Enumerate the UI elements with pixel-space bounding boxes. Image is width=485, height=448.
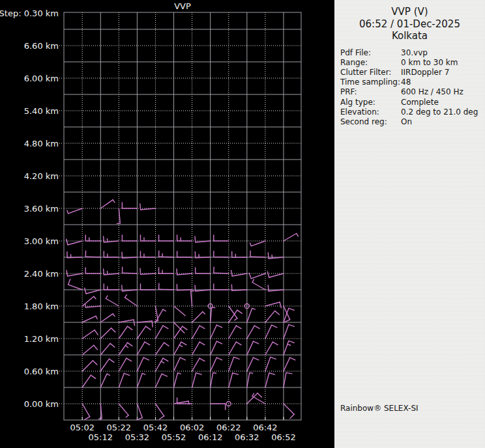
field-label: Alg type: <box>340 98 401 107</box>
wind-barb <box>106 296 108 298</box>
brand-footer: Rainbow® SELEX-SI <box>340 404 419 413</box>
wind-barb <box>216 357 222 360</box>
wind-barb <box>137 373 142 387</box>
wind-barb <box>128 326 132 329</box>
panel-datetime: 06:52 / 01-Dec-2025 <box>334 18 485 31</box>
wind-barb <box>216 325 222 328</box>
wind-barb <box>110 343 115 347</box>
panel-fields: Pdf File:30.vvp Range:0 km to 30 km Clut… <box>334 48 485 128</box>
field-label: Range: <box>340 58 401 68</box>
x-axis-label: 05:42 <box>143 423 168 432</box>
wind-barb <box>203 312 205 315</box>
wind-barb <box>195 236 196 242</box>
wind-barb <box>174 306 186 316</box>
wind-barb <box>235 318 237 320</box>
wind-barb <box>119 358 126 371</box>
wind-barb <box>229 357 234 371</box>
wind-barb <box>137 404 142 418</box>
field-value: 0.2 deg to 21.0 deg <box>401 107 484 117</box>
wind-barb <box>179 345 182 347</box>
wind-barb <box>229 342 237 355</box>
field-value: On <box>401 117 484 127</box>
y-axis-label: 1.20 km <box>24 334 59 344</box>
wind-barb <box>285 320 290 322</box>
plot-title: VVP <box>174 1 191 11</box>
wind-barb <box>140 204 141 210</box>
wind-barb <box>82 404 90 417</box>
x-axis-label: 05:52 <box>162 432 186 442</box>
wind-barb <box>66 239 68 245</box>
wind-barb <box>94 296 96 299</box>
wind-barb <box>162 374 167 376</box>
wind-barb <box>247 372 250 387</box>
wind-barb <box>211 357 217 371</box>
wind-barb <box>94 345 98 350</box>
wind-barb <box>181 342 186 345</box>
wind-barb <box>68 273 83 276</box>
wind-barb <box>119 343 127 355</box>
wind-barb <box>192 326 200 339</box>
wind-barb <box>155 343 164 355</box>
step-label: Step: 0.30 km <box>0 8 59 18</box>
wind-barb <box>91 375 95 378</box>
wind-barb <box>177 290 192 290</box>
wind-barb <box>199 326 205 329</box>
wind-barb <box>124 373 129 375</box>
info-panel: VVP (V) 06:52 / 01-Dec-2025 Kolkata Pdf … <box>334 0 485 448</box>
wind-barb <box>269 273 284 277</box>
wind-barb <box>191 291 192 306</box>
wind-barb <box>284 234 297 242</box>
wind-barb <box>265 342 273 355</box>
y-axis-label: 4.20 km <box>24 171 59 181</box>
wind-barb <box>268 253 269 259</box>
y-axis-label: 0.00 km <box>24 399 59 409</box>
x-axis-label: 06:32 <box>235 432 259 442</box>
wind-barb <box>155 374 162 387</box>
wind-barb <box>113 200 115 203</box>
wind-barb <box>284 372 286 387</box>
wind-barb <box>192 342 200 355</box>
wind-barb <box>100 314 113 322</box>
wind-barb <box>196 257 211 258</box>
wind-barb <box>100 374 107 387</box>
wind-barb <box>128 343 132 346</box>
x-axis-label: 05:22 <box>107 423 131 432</box>
wind-barb <box>146 326 151 329</box>
y-axis-label: 6.00 km <box>24 74 59 83</box>
wind-barb <box>231 270 233 276</box>
wind-barb <box>272 342 278 345</box>
wind-barb <box>290 414 294 418</box>
wind-barb <box>142 373 145 374</box>
wind-barb <box>155 326 163 339</box>
wind-barb <box>229 373 233 387</box>
y-axis-label: 4.80 km <box>24 139 59 148</box>
wind-barb <box>252 397 265 404</box>
wind-barb <box>100 328 111 339</box>
wind-barb <box>126 358 132 361</box>
wind-barb <box>145 342 150 345</box>
wind-barb <box>155 404 164 416</box>
wind-barb <box>236 326 241 329</box>
wind-barb <box>109 359 113 362</box>
wind-barb <box>95 330 98 335</box>
vvp-window: VVPStep: 0.30 km6.60 km6.00 km5.40 km4.8… <box>0 0 485 448</box>
wind-barb <box>211 325 217 339</box>
wind-barb <box>96 316 97 319</box>
wind-barb <box>195 285 196 291</box>
y-axis-label: 5.40 km <box>24 106 59 116</box>
wind-barb <box>163 326 168 329</box>
wind-barb <box>174 357 181 371</box>
wind-barb <box>287 344 291 346</box>
field-value: 0 km to 30 km <box>401 58 484 68</box>
wind-barb <box>93 361 96 365</box>
wind-barb <box>174 342 182 355</box>
wind-barb <box>163 358 168 361</box>
wind-barb <box>211 341 217 355</box>
wind-barb <box>119 320 134 322</box>
wind-barb <box>164 343 169 346</box>
wind-barb <box>85 417 90 420</box>
wind-barb <box>82 345 94 355</box>
wind-barb <box>290 357 295 360</box>
wind-barb <box>104 241 119 242</box>
wind-barb <box>159 289 174 290</box>
